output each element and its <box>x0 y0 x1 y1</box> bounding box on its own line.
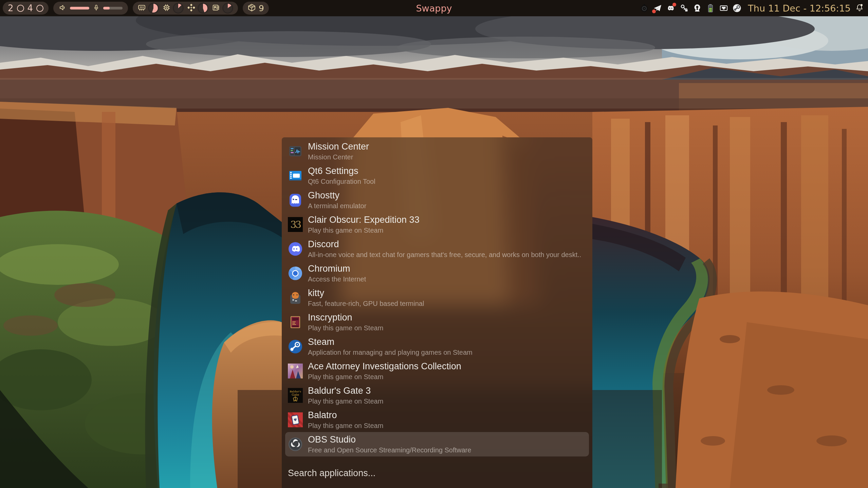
clock[interactable]: Thu 11 Dec - 12:56:15 <box>748 3 851 14</box>
app-row-mission-center[interactable]: Mission CenterMission Center <box>285 139 589 163</box>
audio-pill <box>53 2 128 15</box>
app-description: Play this game on Steam <box>308 422 383 430</box>
app-description: Access the Internet <box>308 275 366 284</box>
app-description: All-in-one voice and text chat for gamer… <box>308 251 581 259</box>
app-title: Steam <box>308 336 473 347</box>
updates-count: 9 <box>259 4 264 13</box>
chromium-icon <box>288 266 303 281</box>
system-monitor-pill[interactable] <box>133 2 238 15</box>
svg-text:33: 33 <box>290 219 301 230</box>
vram-usage-gauge <box>222 3 233 14</box>
baldurs-gate-icon: Baldur'sGate <box>288 388 303 403</box>
app-title: Qt6 Settings <box>308 165 375 176</box>
ram-icon <box>137 3 146 13</box>
notification-badge <box>652 9 656 13</box>
app-description: Application for managing and playing gam… <box>308 348 473 357</box>
app-text: Clair Obscur: Expedition 33Play this gam… <box>308 214 420 234</box>
app-row-balatro[interactable]: BalatroPlay this game on Steam <box>285 408 589 432</box>
battery-icon[interactable] <box>706 4 715 13</box>
app-row-obs-studio[interactable]: OBS StudioFree and Open Source Streaming… <box>285 432 589 456</box>
workspace-label[interactable]: 4 <box>27 4 33 13</box>
keyhole-icon[interactable] <box>693 4 702 13</box>
workspace-dot-icon[interactable] <box>36 5 43 12</box>
cpu-icon <box>162 3 171 13</box>
app-description: Play this game on Steam <box>308 397 383 406</box>
ethernet-icon[interactable] <box>719 4 728 13</box>
telegram-icon[interactable] <box>653 4 662 13</box>
discord-icon <box>288 241 303 256</box>
search-input[interactable]: Search applications... <box>288 468 375 479</box>
app-text: SteamApplication for managing and playin… <box>308 336 473 356</box>
top-bar-left: 24 9 <box>0 2 269 15</box>
app-text: GhosttyA terminal emulator <box>308 190 366 210</box>
app-text: kittyFast, feature-rich, GPU based termi… <box>308 288 424 308</box>
app-row-kitty[interactable]: kittyFast, feature-rich, GPU based termi… <box>285 286 589 310</box>
monitor-ram <box>137 3 159 14</box>
clair-obscur-icon: 33 <box>288 217 303 232</box>
updates-pill[interactable]: 9 <box>243 2 269 15</box>
discord-tray-icon[interactable] <box>666 4 675 13</box>
app-text: ChromiumAccess the Internet <box>308 263 366 283</box>
app-title: Baldur's Gate 3 <box>308 385 383 396</box>
steam-tray-icon[interactable] <box>733 4 741 13</box>
gpu-icon <box>187 3 196 13</box>
volume-slider[interactable] <box>70 7 89 9</box>
app-title: Mission Center <box>308 141 369 152</box>
app-title: Balatro <box>308 410 383 421</box>
app-row-chromium[interactable]: ChromiumAccess the Internet <box>285 261 589 286</box>
top-bar-right: Thu 11 Dec - 12:56:15 <box>640 3 868 14</box>
steelseries-icon[interactable] <box>640 4 649 13</box>
app-row-steam[interactable]: SteamApplication for managing and playin… <box>285 334 589 359</box>
monitor-cpu <box>162 3 184 14</box>
mic-slider[interactable] <box>103 7 123 9</box>
notification-badge <box>672 3 676 6</box>
workspace-label[interactable]: 2 <box>8 4 14 13</box>
app-row-discord[interactable]: DiscordAll-in-one voice and text chat fo… <box>285 237 589 261</box>
speaker-icon <box>59 4 67 13</box>
svg-text:Baldur's: Baldur's <box>290 390 301 393</box>
app-description: Qt6 Configuration Tool <box>308 177 375 186</box>
ghostty-icon <box>288 193 303 208</box>
obs-icon <box>288 437 303 452</box>
app-row-baldur-s-gate-3[interactable]: Baldur'sGateBaldur's Gate 3Play this gam… <box>285 383 589 408</box>
gpu-usage-gauge <box>198 3 208 14</box>
app-text: OBS StudioFree and Open Source Streaming… <box>308 434 471 454</box>
notification-bell-icon[interactable] <box>855 3 864 13</box>
inscryption-icon <box>288 315 303 330</box>
app-description: Fast, feature-rich, GPU based terminal <box>308 299 424 308</box>
app-row-inscryption[interactable]: InscryptionPlay this game on Steam <box>285 310 589 334</box>
workspace-dot-icon[interactable] <box>17 5 24 12</box>
app-title: OBS Studio <box>308 434 471 445</box>
monitor-gpu <box>187 3 208 14</box>
app-title: kitty <box>308 288 424 298</box>
system-tray <box>640 4 741 13</box>
app-description: Play this game on Steam <box>308 373 461 381</box>
ace-attorney-icon <box>288 364 303 378</box>
app-row-ghostty[interactable]: GhosttyA terminal emulator <box>285 188 589 212</box>
app-text: Baldur's Gate 3Play this game on Steam <box>308 385 383 405</box>
app-row-qt6-settings[interactable]: Qt6 SettingsQt6 Configuration Tool <box>285 163 589 188</box>
app-row-ace-attorney-investigations-collection[interactable]: Ace Attorney Investigations CollectionPl… <box>285 359 589 383</box>
app-description: Free and Open Source Streaming/Recording… <box>308 446 471 454</box>
app-title: Clair Obscur: Expedition 33 <box>308 214 420 225</box>
app-launcher-panel: Mission CenterMission CenterQt6 Settings… <box>282 137 592 488</box>
app-list: Mission CenterMission CenterQt6 Settings… <box>282 137 592 456</box>
top-bar: 24 9 Swappy Thu 11 Dec - 12:56:15 <box>0 0 868 16</box>
app-row-clair-obscur-expedition-33[interactable]: 33Clair Obscur: Expedition 33Play this g… <box>285 212 589 237</box>
steam-icon <box>288 339 303 354</box>
qt6-icon <box>288 168 303 183</box>
app-description: Mission Center <box>308 153 369 161</box>
app-title: Discord <box>308 239 581 250</box>
package-icon <box>247 3 256 13</box>
key-icon[interactable] <box>680 4 688 13</box>
app-text: DiscordAll-in-one voice and text chat fo… <box>308 239 581 259</box>
kitty-icon <box>288 290 303 305</box>
app-description: A terminal emulator <box>308 202 366 210</box>
app-text: Mission CenterMission Center <box>308 141 369 161</box>
cpu-usage-gauge <box>173 3 184 14</box>
app-text: Ace Attorney Investigations CollectionPl… <box>308 361 461 381</box>
ram-usage-gauge <box>148 3 159 14</box>
workspaces-pill[interactable]: 24 <box>3 2 49 15</box>
monitor-vram <box>212 3 233 14</box>
app-title: Chromium <box>308 263 366 274</box>
